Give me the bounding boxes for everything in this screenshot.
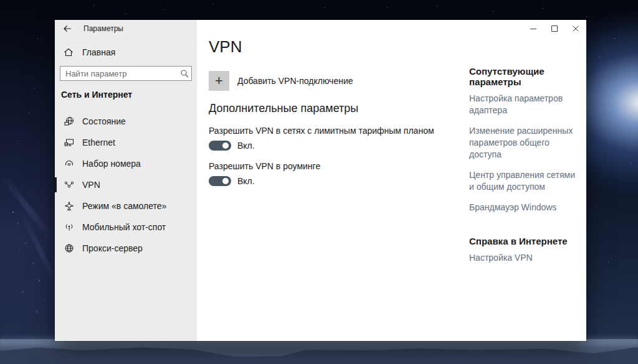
page-title: VPN: [209, 37, 586, 56]
sidebar-section-label: Сеть и Интернет: [61, 90, 132, 100]
related-settings-title: Сопутствующие параметры: [469, 66, 576, 87]
selection-indicator: [55, 177, 57, 192]
dialup-icon: [64, 159, 75, 169]
vpn-icon: [64, 180, 75, 190]
hotspot-icon: [64, 222, 75, 232]
help-from-web: Справка в Интернете Настройка VPN: [469, 236, 576, 264]
sidebar-item-label: VPN: [82, 180, 100, 190]
airplane-icon: [64, 201, 75, 211]
sidebar-item-proxy[interactable]: Прокси-сервер: [55, 238, 197, 259]
back-button[interactable]: [55, 20, 80, 37]
home-icon: [64, 47, 74, 57]
link-windows-firewall[interactable]: Брандмауэр Windows: [469, 202, 576, 213]
minimize-button[interactable]: [523, 20, 544, 37]
link-sharing-options[interactable]: Изменение расширенных параметров общего …: [469, 125, 576, 161]
titlebar-left: Параметры: [55, 20, 197, 37]
sidebar-item-label: Главная: [82, 47, 115, 57]
sidebar-item-label: Режим «в самолете»: [82, 201, 166, 211]
close-icon: [572, 25, 579, 32]
sidebar-item-label: Прокси-сервер: [82, 243, 143, 253]
link-vpn-setup-help[interactable]: Настройка VPN: [469, 252, 576, 264]
sidebar-item-mobile-hotspot[interactable]: Мобильный хот-спот: [55, 217, 197, 238]
link-network-sharing-center[interactable]: Центр управления сетями и общим доступом: [469, 169, 576, 193]
settings-window: Параметры Главная Сеть и Интернет: [55, 20, 586, 341]
toggle-state-label: Вкл.: [237, 176, 255, 186]
roaming-vpn-toggle[interactable]: [209, 176, 231, 186]
maximize-button[interactable]: [544, 20, 565, 37]
add-vpn-label: Добавить VPN-подключение: [237, 76, 353, 86]
sidebar-item-label: Мобильный хот-спот: [82, 222, 166, 232]
search-box: [60, 66, 192, 81]
sidebar-item-label: Ethernet: [82, 138, 115, 147]
plus-icon: +: [209, 71, 229, 91]
sidebar-item-label: Состояние: [82, 116, 126, 126]
ethernet-icon: [64, 138, 75, 147]
minimize-icon: [530, 25, 537, 32]
back-arrow-icon: [62, 24, 72, 34]
sidebar-item-vpn[interactable]: VPN: [55, 174, 197, 195]
search-input[interactable]: [60, 69, 178, 78]
help-title: Справка в Интернете: [469, 236, 576, 246]
search-icon[interactable]: [178, 69, 191, 78]
toggle-knob: [222, 142, 229, 149]
close-button[interactable]: [565, 20, 586, 37]
sidebar-item-ethernet[interactable]: Ethernet: [55, 132, 197, 153]
app-title: Параметры: [83, 24, 123, 33]
network-status-icon: [64, 116, 75, 126]
main-panel: VPN + Добавить VPN-подключение Дополните…: [197, 20, 586, 341]
sidebar-item-status[interactable]: Состояние: [55, 111, 197, 132]
link-adapter-settings[interactable]: Настройка параметров адаптера: [469, 93, 576, 116]
proxy-globe-icon: [64, 243, 75, 253]
toggle-state-label: Вкл.: [237, 141, 255, 151]
window-controls: [523, 20, 586, 37]
sidebar-nav: Состояние Ethernet: [55, 111, 197, 259]
metered-vpn-toggle[interactable]: [209, 141, 231, 151]
sidebar-item-label: Набор номера: [82, 159, 141, 169]
maximize-icon: [551, 25, 558, 32]
sidebar: Параметры Главная Сеть и Интернет: [55, 20, 197, 341]
sidebar-item-dialup[interactable]: Набор номера: [55, 153, 197, 174]
related-settings: Сопутствующие параметры Настройка параме…: [469, 66, 576, 264]
sidebar-item-airplane-mode[interactable]: Режим «в самолете»: [55, 195, 197, 217]
wallpaper-glints: [0, 0, 1, 1]
sidebar-item-home[interactable]: Главная: [55, 44, 197, 61]
toggle-knob: [222, 178, 229, 184]
